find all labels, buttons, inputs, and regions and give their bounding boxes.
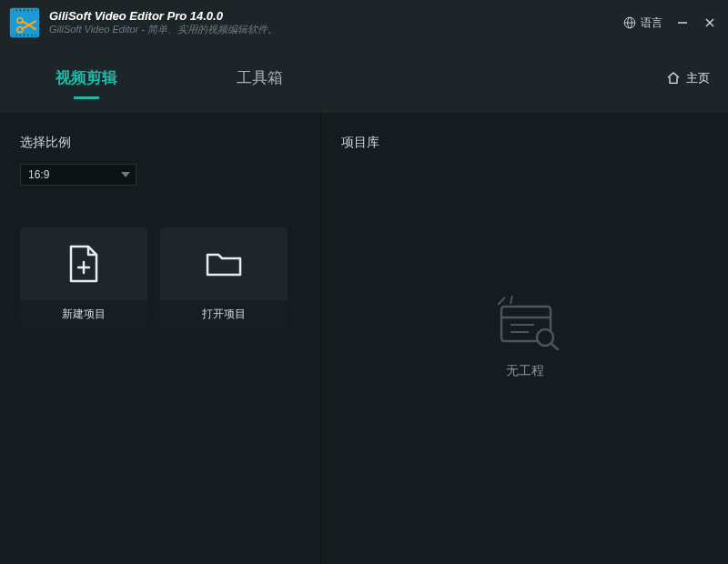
empty-state: 无工程: [341, 164, 708, 548]
minimize-button[interactable]: [675, 15, 690, 30]
svg-rect-1: [13, 10, 36, 12]
aspect-ratio-value: 16:9: [28, 168, 49, 181]
tab-video-edit[interactable]: 视频剪辑: [0, 67, 173, 88]
svg-point-13: [29, 35, 31, 36]
svg-point-10: [17, 35, 19, 36]
svg-point-9: [14, 35, 15, 36]
app-logo-icon: [9, 7, 40, 38]
svg-line-26: [511, 296, 512, 304]
new-project-label: 新建项目: [20, 300, 147, 327]
titlebar: GiliSoft Video Editor Pro 14.0.0 GiliSof…: [0, 0, 728, 42]
empty-state-label: 无工程: [506, 363, 544, 379]
open-project-card[interactable]: 打开项目: [160, 227, 288, 327]
left-pane: 选择比例 16:9 新建项目: [0, 113, 321, 564]
svg-rect-2: [13, 35, 36, 36]
content-area: 选择比例 16:9 新建项目: [0, 113, 728, 564]
app-subtitle: GiliSoft Video Editor - 简单、实用的视频编辑软件。: [49, 24, 278, 36]
svg-point-8: [33, 10, 35, 12]
minimize-icon: [677, 17, 688, 28]
svg-point-4: [17, 10, 19, 12]
svg-point-7: [29, 10, 31, 12]
svg-line-33: [551, 344, 558, 349]
close-icon: [704, 17, 715, 28]
tab-toolbox[interactable]: 工具箱: [173, 67, 346, 88]
language-button[interactable]: 语言: [623, 15, 662, 31]
project-library-label: 项目库: [341, 135, 708, 151]
language-label: 语言: [641, 15, 662, 31]
no-project-icon: [489, 296, 561, 350]
svg-point-6: [25, 10, 27, 12]
svg-point-12: [25, 35, 27, 36]
svg-point-3: [14, 10, 15, 12]
home-button[interactable]: 主页: [666, 70, 728, 86]
chevron-down-icon: [121, 172, 130, 177]
home-icon: [666, 71, 681, 86]
app-title: GiliSoft Video Editor Pro 14.0.0: [49, 9, 278, 24]
new-file-icon: [66, 244, 101, 284]
aspect-ratio-select[interactable]: 16:9: [20, 164, 136, 186]
select-ratio-label: 选择比例: [20, 135, 300, 151]
close-button[interactable]: [703, 15, 717, 30]
right-pane: 项目库 无工程: [321, 113, 728, 564]
folder-icon: [204, 247, 244, 280]
home-label: 主页: [686, 70, 710, 86]
svg-point-11: [22, 35, 24, 36]
svg-line-25: [498, 297, 505, 305]
new-project-card[interactable]: 新建项目: [20, 227, 147, 327]
globe-icon: [623, 16, 636, 29]
open-project-label: 打开项目: [160, 300, 288, 327]
svg-point-14: [33, 35, 35, 36]
tabbar: 视频剪辑 工具箱 主页: [0, 42, 728, 99]
svg-point-5: [22, 10, 24, 12]
